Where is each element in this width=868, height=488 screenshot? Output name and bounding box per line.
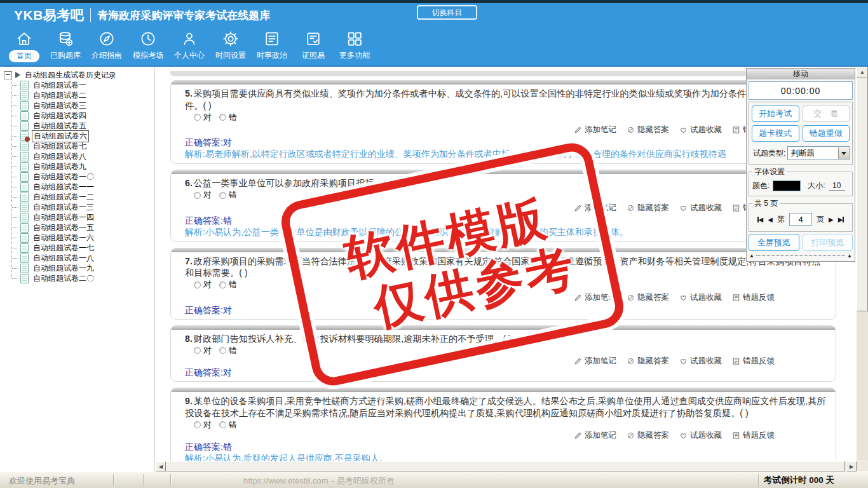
add-note-link[interactable]: 添加笔记 bbox=[574, 203, 616, 214]
hide-answer-link[interactable]: 隐藏答案 bbox=[627, 125, 669, 135]
tree-item[interactable]: 自动组题试卷四 bbox=[0, 111, 154, 121]
tree-item[interactable]: 自动组题试卷一七 bbox=[0, 243, 154, 253]
radio-option-true[interactable]: 对 bbox=[194, 345, 212, 356]
scroll-up-icon[interactable]: ▲ bbox=[749, 253, 754, 259]
scroll-left-button[interactable]: ◀ bbox=[156, 461, 166, 471]
prev-page-button[interactable]: ◀ bbox=[768, 216, 773, 223]
hide-answer-link[interactable]: 隐藏答案 bbox=[627, 203, 669, 214]
tree-item[interactable]: 自动组题试卷七 bbox=[0, 141, 154, 151]
feedback-link[interactable]: 错题反馈 bbox=[732, 430, 775, 441]
radio-option-false[interactable]: 错 bbox=[219, 112, 237, 123]
chevron-down-icon[interactable] bbox=[838, 147, 849, 159]
question-type-select[interactable]: 判断题 bbox=[787, 146, 850, 160]
tree-item[interactable]: 自动组题试卷一六 bbox=[0, 233, 154, 243]
next-page-button[interactable]: ▶ bbox=[829, 216, 834, 223]
fullscreen-preview-button[interactable]: 全屏预览 bbox=[749, 234, 799, 251]
nav-item-profile[interactable]: 个人中心 bbox=[172, 29, 207, 62]
font-color-swatch[interactable] bbox=[773, 180, 801, 191]
radio-false[interactable] bbox=[219, 114, 226, 121]
switch-subject-button[interactable]: 切换科目 bbox=[417, 5, 477, 20]
redo-wrong-button[interactable]: 错题重做 bbox=[803, 125, 850, 142]
font-size-input[interactable]: 10 bbox=[829, 181, 845, 191]
radio-option-true[interactable]: 对 bbox=[194, 419, 212, 431]
feedback-link[interactable]: 错题反馈 bbox=[732, 356, 775, 367]
radio-option-false[interactable]: 错 bbox=[219, 189, 237, 201]
answer-label: 正确答案: bbox=[185, 215, 223, 226]
radio-true[interactable] bbox=[194, 347, 201, 354]
radio-false[interactable] bbox=[219, 347, 226, 354]
vertical-scrollbar[interactable]: ▲ ▼ bbox=[857, 67, 868, 471]
radio-true[interactable] bbox=[194, 114, 201, 121]
tree-item[interactable]: 自动组题试卷一四 bbox=[0, 212, 154, 222]
exam-timer: 00:00:00 bbox=[749, 81, 853, 100]
scroll-up-button[interactable]: ▲ bbox=[857, 67, 868, 78]
radio-false[interactable] bbox=[219, 421, 226, 428]
radio-true[interactable] bbox=[194, 192, 201, 199]
radio-option-true[interactable]: 对 bbox=[194, 189, 212, 201]
favorite-link[interactable]: 试题收藏 bbox=[679, 125, 722, 135]
favorite-link[interactable]: 试题收藏 bbox=[679, 430, 722, 441]
radio-false[interactable] bbox=[219, 192, 226, 199]
pencil-icon bbox=[574, 126, 582, 134]
panel-scroll-strip[interactable]: ▲ ▲ bbox=[749, 253, 852, 259]
favorite-link[interactable]: 试题收藏 bbox=[679, 292, 722, 303]
page-number-input[interactable] bbox=[789, 213, 812, 226]
nav-item-time-settings[interactable]: 时间设置 bbox=[213, 29, 248, 62]
feedback-link[interactable]: 错题反馈 bbox=[732, 292, 775, 303]
tree-item[interactable]: 自动组题试卷二 bbox=[0, 90, 154, 100]
radio-option-false[interactable]: 错 bbox=[219, 279, 237, 290]
radio-option-false[interactable]: 错 bbox=[219, 345, 237, 356]
tree-root[interactable]: 自动组题生成试卷历史记录 bbox=[0, 70, 154, 80]
radio-option-true[interactable]: 对 bbox=[194, 112, 212, 123]
hide-answer-link[interactable]: 隐藏答案 bbox=[627, 292, 669, 303]
answer-options: 对 错 bbox=[194, 346, 832, 355]
panel-drag-handle[interactable]: 移动 bbox=[747, 69, 855, 79]
favorite-link[interactable]: 试题收藏 bbox=[679, 203, 722, 214]
nav-item-purchased[interactable]: 已购题库 bbox=[48, 29, 83, 62]
radio-true[interactable] bbox=[194, 421, 201, 428]
answer-card-mode-button[interactable]: 题卡模式 bbox=[752, 125, 799, 142]
tree-item[interactable]: 自动组题试卷一八 bbox=[0, 253, 154, 263]
tree-item[interactable]: 自动组题试卷九 bbox=[0, 161, 154, 172]
tree-item[interactable]: 自动组题试卷三 bbox=[0, 100, 154, 111]
last-page-button[interactable]: ▶ bbox=[838, 216, 844, 223]
tree-item[interactable]: 自动组题试卷八 bbox=[0, 151, 154, 161]
tree-item[interactable]: 自动组题试卷一三 bbox=[0, 202, 154, 212]
print-preview-button[interactable]: 打印预览 bbox=[803, 234, 853, 251]
start-exam-button[interactable]: 开始考试 bbox=[752, 105, 799, 122]
first-page-button[interactable]: ◀ bbox=[757, 216, 764, 223]
scroll-right-button[interactable]: ▶ bbox=[846, 461, 857, 471]
tree-item[interactable]: 自动组题试卷一 bbox=[0, 80, 154, 90]
nav-item-home[interactable]: 首页 bbox=[6, 29, 42, 62]
add-note-link[interactable]: 添加笔记 bbox=[574, 292, 616, 303]
submit-paper-button[interactable]: 交 卷 bbox=[803, 105, 850, 122]
nav-item-guide[interactable]: 介绍指南 bbox=[89, 29, 125, 62]
tree-item-label: 自动组题试卷一 bbox=[32, 80, 88, 91]
radio-false[interactable] bbox=[219, 281, 226, 288]
nav-item-mock-exam[interactable]: 模拟考场 bbox=[130, 29, 166, 62]
nav-item-current-affairs[interactable]: 时事政治 bbox=[254, 29, 290, 62]
radio-option-true[interactable]: 对 bbox=[194, 279, 212, 290]
radio-true[interactable] bbox=[194, 281, 201, 288]
tree-item-selected[interactable]: 自动组题试卷六 bbox=[0, 131, 154, 141]
tree-item[interactable]: 自动组题试卷一一 bbox=[0, 182, 154, 192]
hide-answer-link[interactable]: 隐藏答案 bbox=[627, 356, 669, 367]
tree-item[interactable]: 自动组题试卷一〇 bbox=[0, 172, 154, 182]
tree-item[interactable]: 自动组题试卷二〇 bbox=[0, 273, 154, 283]
scroll-up-icon[interactable]: ▲ bbox=[847, 253, 852, 259]
favorite-link[interactable]: 试题收藏 bbox=[679, 356, 722, 367]
nav-item-more[interactable]: 更多功能 bbox=[337, 29, 372, 62]
tree-item[interactable]: 自动组题试卷一二 bbox=[0, 192, 154, 202]
horizontal-scroll-thumb[interactable] bbox=[166, 461, 845, 471]
nav-item-license[interactable]: 证照易 bbox=[295, 29, 331, 62]
horizontal-scrollbar[interactable]: ◀ ▶ bbox=[156, 461, 857, 471]
add-note-link[interactable]: 添加笔记 bbox=[574, 125, 616, 135]
add-note-link[interactable]: 添加笔记 bbox=[574, 430, 616, 441]
tree-item[interactable]: 自动组题试卷一九 bbox=[0, 263, 154, 273]
tree-item[interactable]: 自动组题试卷一五 bbox=[0, 222, 154, 233]
radio-option-false[interactable]: 错 bbox=[219, 419, 237, 431]
vertical-scroll-thumb[interactable] bbox=[857, 78, 868, 311]
add-note-link[interactable]: 添加笔记 bbox=[574, 356, 616, 367]
nav-label: 模拟考场 bbox=[133, 50, 163, 61]
hide-answer-link[interactable]: 隐藏答案 bbox=[627, 430, 669, 441]
